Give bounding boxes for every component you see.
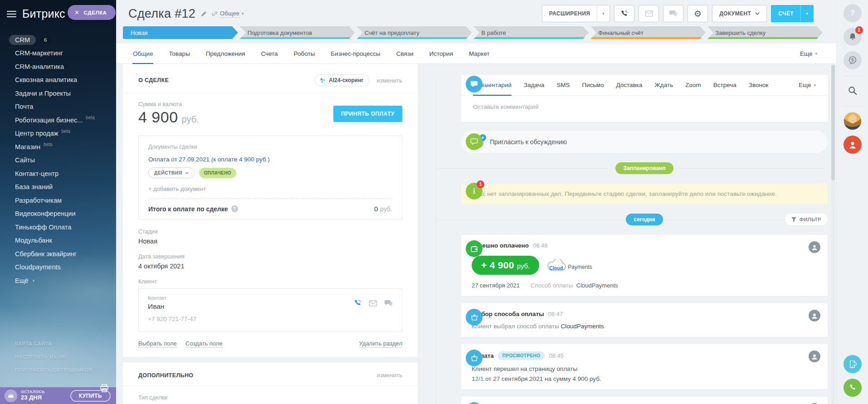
timeline-tabs-more[interactable]: Еще ▾ <box>799 75 816 95</box>
sidebar-item[interactable]: CRM 6 <box>15 33 116 47</box>
pipeline-stage-bar: Новая Подготовка документов Счёт на пред… <box>116 24 836 44</box>
sidebar-item[interactable]: Ещё ▾ <box>15 274 116 287</box>
sidebar-item[interactable]: Задачи и Проекты <box>15 87 116 100</box>
entry-author-avatar[interactable] <box>809 241 820 253</box>
document-actions-button[interactable]: ДЕЙСТВИЯ <box>148 167 195 178</box>
deal-tab[interactable]: Маркет <box>468 44 490 63</box>
sidebar-item[interactable]: Модульбанк <box>15 234 116 248</box>
payment-page-link[interactable]: 12/1 <box>472 375 483 382</box>
sidebar-footer-link[interactable]: КАРТА САЙТА <box>15 341 93 346</box>
messenger-button[interactable] <box>844 51 862 69</box>
timeline-tab[interactable]: SMS <box>556 75 570 95</box>
sidebar-footer-link[interactable]: НАСТРОИТЬ МЕНЮ <box>15 354 93 360</box>
sidebar-item[interactable]: Cloudpayments <box>15 261 116 274</box>
deal-tab[interactable]: Бизнес-процессы <box>330 44 380 63</box>
sidebar-item[interactable]: Контакт-центр <box>15 167 116 180</box>
sidebar-item[interactable]: Тинькофф Оплата <box>15 220 116 234</box>
ai-scoring-button[interactable]: AI24-скоринг <box>315 74 370 86</box>
deal-tab[interactable]: Счета <box>260 44 278 63</box>
pipeline-stage[interactable]: В работе <box>473 26 589 39</box>
timeline-tab[interactable]: Доставка <box>616 75 642 95</box>
pipeline-stage[interactable]: Подготовка документов <box>240 26 355 39</box>
edit-section-link[interactable]: изменить <box>376 77 402 84</box>
timeline-tab[interactable]: Задача <box>524 75 544 95</box>
pipeline-stage[interactable]: Новая <box>123 26 238 39</box>
sidebar-item[interactable]: CRM-аналитика <box>15 60 116 73</box>
chevron-down-icon[interactable]: ▾ <box>597 5 610 22</box>
sidebar-item[interactable]: Разработчикам <box>15 194 116 207</box>
deal-tab[interactable]: Роботы <box>293 44 316 63</box>
call-button[interactable] <box>614 5 634 22</box>
close-date-value[interactable]: 4 октября 2021 <box>138 263 402 270</box>
deal-tab[interactable]: История <box>429 44 454 63</box>
settings-button[interactable]: ⚙ <box>688 5 708 22</box>
timeline-tab[interactable]: Ждать <box>654 75 673 95</box>
sidebar-item[interactable]: База знаний <box>15 180 116 194</box>
notifications-button[interactable]: 1 <box>844 28 862 46</box>
email-button[interactable] <box>639 5 659 22</box>
entry-author-avatar[interactable] <box>809 310 820 321</box>
email-contact-icon[interactable] <box>369 300 377 307</box>
sidebar-item[interactable]: Сквозная аналитика <box>15 73 116 87</box>
timeline-tab[interactable]: Zoom <box>685 75 701 95</box>
sidebar-item[interactable]: CRM-маркетинг <box>15 47 116 60</box>
view-selector[interactable]: Общее ▾ <box>220 10 244 18</box>
copy-link-icon[interactable] <box>211 10 217 17</box>
search-button[interactable] <box>844 82 862 100</box>
delete-section-link[interactable]: Удалить раздел <box>359 340 402 348</box>
pipeline-stage[interactable]: Завершить сделку <box>707 26 823 39</box>
chat-contact-icon[interactable] <box>384 300 393 307</box>
sidebar-footer-link[interactable]: ПРИГЛАСИТЬ СОТРУДНИКОВ <box>15 367 93 373</box>
stage-field-label: Стадия <box>138 229 402 235</box>
help-button[interactable]: ? <box>844 4 862 22</box>
info-icon[interactable]: ? <box>231 205 238 212</box>
sidebar-item[interactable]: Сбербанк эквайринг <box>15 247 116 261</box>
sidebar-item[interactable]: Центр продаж beta <box>15 127 116 141</box>
payment-document-link[interactable]: Оплата от 27.09.2021 (к оплате 4 900 руб… <box>148 156 270 163</box>
chevron-down-icon[interactable]: ▾ <box>800 5 813 22</box>
stage-field-value[interactable]: Новая <box>138 238 402 245</box>
sidebar-item[interactable]: Почта <box>15 100 116 114</box>
deal-tab[interactable]: Общие <box>132 44 153 63</box>
sidebar-item[interactable]: Магазин beta <box>15 140 116 154</box>
pipeline-stage[interactable]: Финальный счёт <box>590 26 706 39</box>
menu-toggle-icon[interactable] <box>7 11 16 17</box>
edit-section-link[interactable]: изменить <box>376 372 402 379</box>
sidebar-item[interactable]: Роботизация бизнес... beta <box>15 113 116 127</box>
profile-button[interactable] <box>844 136 862 154</box>
sidebar-item-label: CRM-маркетинг <box>15 49 63 57</box>
deal-tab[interactable]: Товары <box>168 44 190 63</box>
extensions-button[interactable]: РАСШИРЕНИЯ ▾ <box>542 5 610 22</box>
additional-card: ДОПОЛНИТЕЛЬНО изменить Тип сделки Продаж… <box>123 362 418 404</box>
invite-to-discussion[interactable]: + Пригласить к обсуждению <box>461 131 828 153</box>
scrollbar-thumb[interactable] <box>831 65 835 180</box>
timeline-tab[interactable]: Письмо <box>582 75 604 95</box>
deal-tab[interactable]: Предложения <box>205 44 246 63</box>
contact-phone[interactable]: +7 920 721-77-47 <box>148 316 393 322</box>
edit-title-icon[interactable] <box>201 11 207 17</box>
timeline-tab[interactable]: Звонок <box>749 75 769 95</box>
mobile-app-button[interactable] <box>844 355 862 373</box>
comment-input[interactable]: Оставьте комментарий <box>461 96 828 122</box>
tabs-more-button[interactable]: Еще ▾ <box>800 44 817 63</box>
sidebar-item[interactable]: Видеоконференции <box>15 207 116 221</box>
sidebar-item[interactable]: Сайты <box>15 154 116 167</box>
deal-slider-pill[interactable]: ✕ СДЕЛКА <box>68 5 116 20</box>
document-button[interactable]: ДОКУМЕНТ <box>712 5 767 22</box>
create-field-link[interactable]: Создать поле <box>185 340 223 348</box>
user-avatar[interactable] <box>844 112 862 130</box>
filter-button[interactable]: ФИЛЬТР <box>785 214 828 225</box>
timeline-tab[interactable]: Встреча <box>713 75 736 95</box>
entry-author-avatar[interactable] <box>809 350 820 362</box>
planned-badge: Запланировано <box>615 162 673 174</box>
select-field-link[interactable]: Выбрать поле <box>138 340 177 348</box>
add-document-link[interactable]: + добавить документ <box>148 185 392 192</box>
telephony-button[interactable] <box>844 379 862 397</box>
accept-payment-button[interactable]: ПРИНЯТЬ ОПЛАТУ <box>333 106 402 122</box>
pipeline-stage[interactable]: Счёт на предоплату <box>357 26 472 39</box>
chat-button[interactable] <box>663 5 683 22</box>
printer-icon[interactable] <box>100 384 109 392</box>
invoice-button[interactable]: СЧЁТ ▾ <box>771 5 814 22</box>
call-contact-icon[interactable] <box>353 299 362 307</box>
deal-tab[interactable]: Связи <box>396 44 414 63</box>
